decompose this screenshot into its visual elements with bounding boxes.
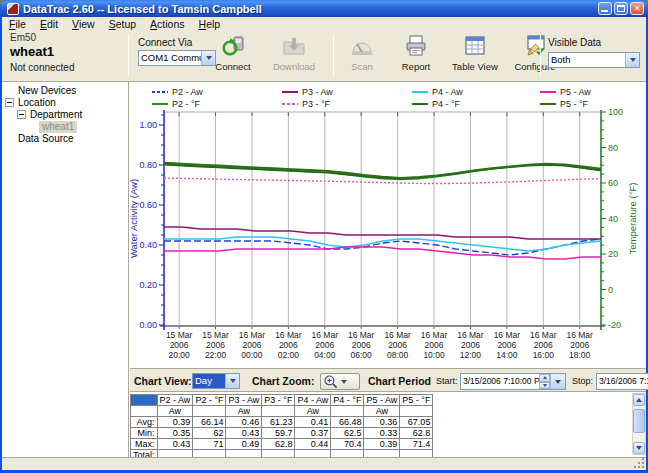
download-button: Download — [265, 33, 323, 79]
left-tick-label: 0.20 — [139, 280, 157, 290]
chart-legend: P2 - AwP2 - °FP3 - AwP3 - °FP4 - AwP4 - … — [130, 86, 646, 109]
chart[interactable]: 15 Mar200620:0015 Mar200622:0016 Mar2006… — [130, 108, 646, 368]
left-tick-label: 0.40 — [139, 240, 157, 250]
table-cell — [331, 450, 364, 458]
menu-item-view[interactable]: View — [65, 18, 102, 30]
maximize-button[interactable] — [614, 2, 628, 15]
table-cell: 66.48 — [331, 417, 364, 428]
x-tick-label: 2006 — [534, 340, 553, 350]
x-tick-label: 20:00 — [168, 350, 190, 360]
visible-data-combo[interactable]: Both — [548, 52, 640, 68]
visible-data-value: Both — [549, 53, 625, 67]
collapse-icon[interactable] — [17, 110, 26, 119]
connect-button[interactable]: Connect — [206, 33, 260, 79]
legend-label: P4 - Aw — [432, 87, 463, 97]
column-header-p2-f[interactable]: P2 - °F — [193, 395, 226, 406]
table-cell: 0.39 — [157, 417, 193, 428]
app-window: DataTrac 2.60 -- Licensed to Tamsin Camp… — [0, 0, 648, 473]
connect-via-value: COM1 Communic — [139, 51, 201, 65]
resize-grip[interactable] — [642, 466, 644, 468]
tree-item-location[interactable]: Location — [2, 97, 128, 109]
table-cell: 0.43 — [226, 428, 262, 439]
column-header-p5-aw[interactable]: P5 - Aw — [364, 395, 400, 406]
left-tick-label: 0.00 — [139, 320, 157, 330]
stats-table-pane: P2 - AwP2 - °FP3 - AwP3 - °FP4 - AwP4 - … — [130, 392, 646, 457]
x-tick-label: 16 Mar — [239, 330, 266, 340]
x-tick-label: 02:00 — [278, 350, 300, 360]
table-scrollbar[interactable] — [632, 393, 646, 455]
start-spinner[interactable] — [539, 374, 550, 389]
menu-item-file[interactable]: File — [2, 18, 33, 30]
x-tick-label: 06:00 — [351, 350, 373, 360]
titlebar[interactable]: DataTrac 2.60 -- Licensed to Tamsin Camp… — [0, 0, 648, 17]
connect-via-combo[interactable]: COM1 Communic — [138, 50, 216, 66]
x-tick-label: 2006 — [170, 340, 189, 350]
right-tick-label: 20 — [608, 249, 618, 259]
chart-period-start-label: Start: — [436, 373, 458, 389]
legend-item-p5-aw: P5 - Aw — [540, 86, 591, 98]
stats-table: P2 - AwP2 - °FP3 - AwP3 - °FP4 - AwP4 - … — [130, 394, 433, 457]
chart-view-combo[interactable]: Day — [192, 373, 240, 389]
report-button[interactable]: Report — [390, 33, 442, 79]
table-view-icon — [446, 33, 504, 60]
legend-swatch — [152, 103, 168, 105]
x-tick-label: 12:00 — [460, 350, 482, 360]
start-dropdown-icon[interactable] — [550, 374, 565, 389]
minimize-icon — [601, 10, 608, 12]
tree-item-wheat1[interactable]: wheat1 — [2, 121, 128, 133]
menu-item-help[interactable]: Help — [192, 18, 228, 30]
tree-item-label: Location — [15, 97, 59, 109]
table-cell: 0.33 — [364, 428, 400, 439]
menu-item-edit[interactable]: Edit — [33, 18, 65, 30]
x-tick-label: 2006 — [388, 340, 407, 350]
x-tick-label: 16 Mar — [275, 330, 302, 340]
visible-data-label: Visible Data — [548, 37, 601, 48]
table-cell: 62.8 — [262, 439, 295, 450]
collapse-icon[interactable] — [5, 98, 14, 107]
x-tick-label: 22:00 — [205, 350, 227, 360]
x-tick-label: 15 Mar — [166, 330, 193, 340]
legend-item-p2-aw: P2 - Aw — [152, 86, 203, 98]
minimize-button[interactable] — [598, 2, 612, 15]
menu-item-setup[interactable]: Setup — [102, 18, 143, 30]
table-row-max: Max:0.43710.4962.80.4470.40.3971.4 — [131, 439, 433, 450]
scroll-up-button[interactable] — [633, 394, 645, 406]
chart-zoom-button[interactable] — [320, 373, 360, 390]
visible-data-dropdown-icon[interactable] — [625, 53, 639, 67]
x-tick-label: 16 Mar — [348, 330, 375, 340]
table-cell: 0.39 — [364, 439, 400, 450]
close-button[interactable]: ✕ — [630, 2, 644, 15]
legend-swatch — [540, 91, 556, 93]
legend-label: P3 - Aw — [302, 87, 333, 97]
scrollbar-thumb[interactable] — [633, 409, 645, 433]
tree-item-data-source[interactable]: Data Source — [2, 133, 128, 145]
scroll-down-button[interactable] — [633, 442, 645, 454]
table-cell: 0.44 — [295, 439, 331, 450]
right-tick-label: 80 — [608, 143, 618, 153]
column-header-p3-aw[interactable]: P3 - Aw — [226, 395, 262, 406]
column-header-p2-aw[interactable]: P2 - Aw — [157, 395, 193, 406]
legend-label: P2 - Aw — [172, 87, 203, 97]
column-header-p4-aw[interactable]: P4 - Aw — [295, 395, 331, 406]
left-tick-label: 0.60 — [139, 200, 157, 210]
tree-item-label: Department — [27, 109, 85, 121]
chart-period-start-field[interactable]: 3/15/2006 7:10:00 PM — [460, 373, 566, 390]
column-header-p4-f[interactable]: P4 - °F — [331, 395, 364, 406]
tree-item-department[interactable]: Department — [2, 109, 128, 121]
column-header-p5-f[interactable]: P5 - °F — [400, 395, 433, 406]
subheader-cell: Aw — [364, 406, 400, 417]
chart-view-dropdown-icon[interactable] — [225, 374, 239, 388]
tree-item-new-devices[interactable]: New Devices — [2, 85, 128, 97]
menu-item-actions[interactable]: Actions — [143, 18, 191, 30]
row-label: Min: — [131, 428, 158, 439]
right-tick-label: 100 — [608, 108, 623, 117]
table-corner-cell[interactable] — [131, 395, 158, 406]
chart-period-stop-field[interactable]: 3/16/2006 7:10:00 PM — [596, 373, 648, 390]
row-label: Total: — [131, 450, 158, 458]
left-axis-title: Water Activity (Aw) — [130, 179, 139, 258]
toolbar: Em50 wheat1 Not connected Connect Via CO… — [2, 30, 646, 82]
legend-item-p3-aw: P3 - Aw — [282, 86, 333, 98]
column-header-p3-f[interactable]: P3 - °F — [262, 395, 295, 406]
table-view-button[interactable]: Table View — [446, 33, 504, 79]
x-tick-label: 16 Mar — [457, 330, 484, 340]
